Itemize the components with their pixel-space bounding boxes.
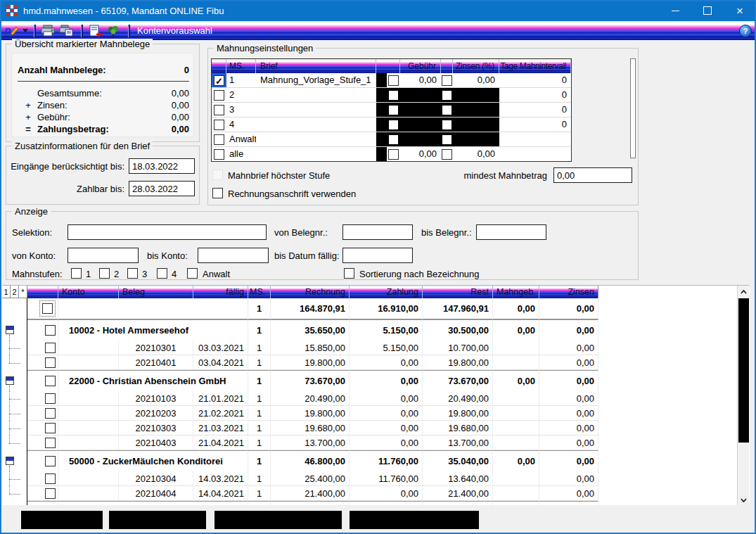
row-checkbox[interactable] — [45, 343, 56, 353]
vertical-scrollbar[interactable] — [737, 286, 749, 506]
settings-row-4[interactable]: 4 0 — [212, 117, 571, 132]
header-level-all[interactable]: * — [19, 286, 27, 298]
edit-button[interactable]: P — [4, 24, 20, 38]
header-ms[interactable]: MS. — [248, 286, 271, 298]
scroll-down-button[interactable] — [738, 494, 750, 506]
row-checkbox[interactable] — [45, 423, 56, 433]
row-checkbox[interactable] — [45, 376, 56, 386]
gebuehr-checkbox[interactable] — [389, 106, 398, 115]
zinsen-checkbox[interactable] — [442, 120, 451, 129]
row-checkbox[interactable] — [45, 408, 56, 419]
sortierung-checkbox[interactable] — [344, 268, 354, 279]
rechnungsanschrift-checkbox[interactable] — [212, 188, 223, 198]
mahnstufe-1-checkbox[interactable] — [71, 268, 82, 279]
export-button[interactable] — [87, 24, 103, 38]
settings-row-3[interactable]: 3 0 — [212, 103, 571, 117]
stufe4-checkbox[interactable] — [214, 120, 224, 130]
header-check-col[interactable] — [212, 59, 226, 73]
collapse-icon[interactable] — [6, 326, 14, 334]
header-tage[interactable]: Tage Mahnintervall — [499, 59, 571, 73]
bis-konto-input[interactable] — [198, 248, 269, 263]
table-row-group[interactable]: 22000 - Christian Abenschein GmbH 1 73.6… — [2, 370, 750, 391]
row-checkbox[interactable] — [45, 393, 56, 404]
mahnstufe-3-checkbox[interactable] — [127, 268, 138, 279]
table-row-detail[interactable]: 20210304 14.03.2021 1 25.400,00 11.760,0… — [2, 471, 750, 486]
row-checkbox[interactable] — [45, 456, 56, 466]
header-ms[interactable]: MS. — [226, 59, 256, 73]
settings-row-anwalt[interactable]: Anwalt — [212, 132, 571, 147]
zahlbar-input[interactable] — [129, 181, 195, 196]
print-preview-button[interactable] — [58, 24, 74, 38]
header-faellig[interactable]: fällig — [193, 286, 248, 298]
gebuehr-checkbox[interactable] — [389, 120, 398, 129]
row-checkbox[interactable] — [45, 325, 56, 336]
stufe1-checkbox[interactable] — [214, 75, 224, 86]
bis-belegnr-input[interactable] — [476, 224, 546, 240]
table-row-group[interactable]: 50000 - ZuckerMäulchen Konditorei 1 46.8… — [2, 450, 750, 471]
collapse-icon[interactable] — [6, 376, 14, 385]
collapse-icon[interactable] — [6, 457, 14, 465]
bis-datum-faellig-input[interactable] — [342, 248, 413, 263]
table-row-detail[interactable]: 20210401 03.04.2021 1 19.800,00 0,00 19.… — [2, 355, 750, 370]
help-button[interactable]: ? — [739, 25, 752, 37]
header-brief[interactable]: Brief — [256, 59, 376, 73]
settings-row-2[interactable]: 2 0 — [212, 88, 571, 103]
gebuehr-checkbox[interactable] — [389, 135, 398, 144]
table-row-summary[interactable]: 1 164.870,91 16.910,00 147.960,91 0,00 0… — [2, 298, 750, 319]
close-button[interactable]: × — [724, 0, 756, 21]
header-zinsen[interactable]: Zinsen — [539, 286, 598, 298]
redacted-button[interactable] — [214, 511, 342, 529]
header-rest[interactable]: Rest — [423, 286, 493, 298]
stufe3-checkbox[interactable] — [214, 105, 224, 115]
gebuehr-checkbox[interactable] — [389, 91, 398, 100]
header-gebuehr[interactable]: Gebühr — [400, 59, 441, 73]
selektion-input[interactable] — [68, 224, 267, 240]
accounts-tree-button[interactable] — [105, 24, 121, 38]
table-row-detail[interactable]: 20210403 21.04.2021 1 13.700,00 0,00 13.… — [2, 436, 750, 450]
mahnstufe-2-checkbox[interactable] — [99, 268, 110, 279]
table-row-detail[interactable]: 20210303 21.03.2021 1 19.680,00 0,00 19.… — [2, 421, 750, 436]
row-checkbox[interactable] — [45, 488, 56, 499]
header-rechnung[interactable]: Rechnung — [271, 286, 350, 298]
maximize-button[interactable] — [691, 0, 724, 21]
zinsen-checkbox[interactable] — [442, 91, 451, 100]
von-belegnr-input[interactable] — [342, 224, 413, 240]
print-button[interactable] — [40, 24, 56, 38]
settings-row-alle[interactable]: alle 0,00 0,00 — [212, 147, 571, 161]
settings-table-scroll-strip[interactable] — [630, 58, 636, 158]
header-zahlung[interactable]: Zahlung — [350, 286, 423, 298]
header-beleg[interactable]: Beleg — [119, 286, 193, 298]
header-level-1[interactable]: 1 — [2, 286, 11, 298]
stufe2-checkbox[interactable] — [214, 90, 224, 101]
redacted-button[interactable] — [109, 511, 206, 529]
mahnbrief-hoechster-stufe-checkbox[interactable] — [212, 170, 223, 180]
row-checkbox[interactable] — [45, 357, 56, 368]
von-konto-input[interactable] — [68, 248, 139, 263]
zinsen-checkbox[interactable] — [442, 75, 452, 86]
redacted-button[interactable] — [21, 511, 103, 529]
redacted-button[interactable] — [350, 511, 479, 529]
settings-row-1[interactable]: 1 Mahnung_Vorlage_Stufe_1 0,00 0,00 0 — [212, 73, 571, 88]
table-row-group[interactable]: 10002 - Hotel Ammerseehof 1 35.650,00 5.… — [2, 319, 750, 341]
header-konto[interactable]: Konto — [58, 286, 119, 298]
table-row-detail[interactable]: 20210404 14.04.2021 1 21.400,00 0,00 21.… — [2, 486, 750, 501]
header-zinsen[interactable]: Zinsen (%) — [453, 59, 499, 73]
row-checkbox[interactable] — [45, 473, 56, 484]
scrollbar-thumb[interactable] — [738, 298, 749, 443]
header-level-2[interactable]: 2 — [11, 286, 19, 298]
mahnstufe-anwalt-checkbox[interactable] — [187, 268, 198, 279]
row-checkbox[interactable] — [42, 303, 53, 314]
anwalt-checkbox[interactable] — [214, 134, 224, 145]
mindest-mahnbetrag-input[interactable] — [553, 167, 632, 183]
header-mahngeb[interactable]: Mahngeb. — [493, 286, 539, 298]
alle-checkbox[interactable] — [214, 149, 224, 160]
table-row-detail[interactable]: 20210103 21.01.2021 1 20.490,00 0,00 20.… — [2, 391, 750, 406]
eingaenge-input[interactable] — [129, 158, 195, 174]
row-checkbox[interactable] — [45, 438, 56, 448]
gebuehr-checkbox[interactable] — [388, 75, 399, 86]
scroll-up-button[interactable] — [738, 286, 750, 298]
zinsen-checkbox[interactable] — [442, 135, 451, 144]
kontenvorauswahl-button[interactable]: Kontenvorauswahl — [137, 25, 212, 36]
minimize-button[interactable] — [659, 0, 691, 21]
table-row-detail[interactable]: 20210203 21.02.2021 1 19.800,00 0,00 19.… — [2, 406, 750, 421]
